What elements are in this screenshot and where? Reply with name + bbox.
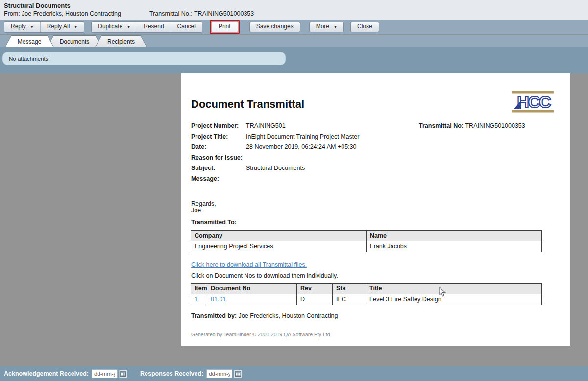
transmittal-page: Document Transmittal HCC Transmittal No:…: [181, 73, 570, 346]
from-line: From: Joe Fredericks, Houston Contractin…: [4, 10, 121, 18]
tab-recipients[interactable]: Recipients: [95, 35, 147, 47]
col-item: Item: [191, 284, 207, 294]
recipient-company: Engineering Project Services: [191, 241, 367, 252]
reply-button-group: Reply▼ Reply All▼: [4, 21, 84, 33]
from-value: Joe Fredericks, Houston Contracting: [22, 10, 121, 17]
chevron-down-icon: ▼: [127, 25, 130, 29]
no-attachments-text: No attachments: [9, 56, 49, 62]
tab-message[interactable]: Message: [5, 35, 54, 47]
attachments-band: No attachments: [0, 47, 588, 73]
col-title: Title: [366, 284, 542, 294]
acknowledgement-received-label: Acknowledgement Received:: [4, 370, 89, 377]
doc-item: 1: [191, 294, 207, 305]
table-row: Engineering Project Services Frank Jacob…: [191, 241, 542, 252]
doc-sts: IFC: [333, 294, 366, 305]
message-subject-title: Structural Documents: [4, 2, 588, 10]
download-note: Click on Document Nos to download them i…: [191, 272, 338, 279]
recipient-name: Frank Jacobs: [367, 241, 542, 252]
resend-button[interactable]: Resend: [137, 22, 170, 32]
documents-table: Item Document No Rev Sts Title 1 01.01 D…: [191, 283, 542, 305]
table-row: 1 01.01 D IFC Level 3 Fire Saftey Design: [191, 294, 542, 305]
transmittal-no-label: Transmittal No.:: [149, 10, 194, 17]
tab-documents[interactable]: Documents: [47, 35, 102, 47]
field-reason-for-issue: Reason for Issue:: [191, 154, 416, 165]
col-rev: Rev: [297, 284, 333, 294]
field-project-title: Project Title: InEight Document Training…: [191, 133, 416, 144]
documents-header-row: Item Document No Rev Sts Title: [191, 284, 542, 294]
more-button[interactable]: More▼: [309, 22, 344, 32]
page-transmittal-no: Transmittal No: TRAINING501000353: [419, 122, 525, 129]
transmittal-fields: Project Number: TRAINING501 Project Titl…: [191, 122, 416, 186]
calendar-icon[interactable]: [119, 370, 127, 378]
duplicate-button-group: Duplicate▼ Resend Cancel: [91, 21, 202, 33]
transmitted-by-line: Transmitted by: Joe Fredericks, Houston …: [191, 312, 338, 319]
chevron-down-icon: ▼: [334, 25, 337, 29]
col-name: Name: [367, 231, 542, 241]
field-date: Date: 28 November 2019, 06:24:24 AM +05:…: [191, 143, 416, 154]
transmittal-no-line: Transmittal No.: TRAINING501000353: [149, 10, 254, 18]
document-title: Document Transmittal: [191, 98, 304, 111]
no-attachments-bar: No attachments: [2, 52, 286, 65]
responses-received-input[interactable]: [206, 369, 232, 378]
signature-block: Regards, Joe: [191, 201, 216, 214]
duplicate-button[interactable]: Duplicate▼: [92, 22, 137, 32]
col-company: Company: [191, 231, 367, 241]
field-project-number: Project Number: TRAINING501: [191, 122, 416, 133]
print-button[interactable]: Print: [211, 22, 238, 32]
acknowledgement-received-input[interactable]: [92, 369, 118, 378]
mouse-cursor: [439, 287, 446, 297]
transmittal-no-value: TRAINING501000353: [194, 10, 254, 17]
transmitted-to-label: Transmitted To:: [191, 219, 237, 226]
reply-button[interactable]: Reply▼: [4, 22, 40, 32]
responses-received-label: Responses Received:: [140, 370, 203, 377]
print-highlight-box: Print: [210, 20, 240, 34]
col-document-no: Document No: [207, 284, 297, 294]
save-changes-button[interactable]: Save changes: [249, 22, 300, 32]
cancel-button[interactable]: Cancel: [171, 22, 202, 32]
col-sts: Sts: [333, 284, 366, 294]
calendar-icon[interactable]: [234, 370, 242, 378]
message-header: Structural Documents From: Joe Frederick…: [0, 0, 588, 20]
toolbar: Reply▼ Reply All▼ Duplicate▼ Resend Canc…: [0, 20, 588, 34]
chevron-down-icon: ▼: [30, 25, 34, 29]
field-message: Message:: [191, 175, 416, 186]
generated-by-footer: Generated by TeamBinder © 2001-2019 QA S…: [191, 332, 330, 337]
chevron-down-icon: ▼: [74, 25, 77, 29]
tab-strip: Message Documents Recipients: [0, 35, 588, 47]
reply-all-button[interactable]: Reply All▼: [40, 22, 84, 32]
close-button[interactable]: Close: [350, 22, 379, 32]
from-label: From:: [4, 10, 22, 17]
field-subject: Subject: Structural Documents: [191, 165, 416, 175]
svg-text:HCC: HCC: [517, 93, 551, 111]
recipients-table: Company Name Engineering Project Service…: [191, 230, 542, 252]
received-dates-bar: Acknowledgement Received: Responses Rece…: [0, 366, 588, 381]
doc-title: Level 3 Fire Saftey Design: [366, 294, 542, 305]
download-all-link-row: Click here to download all Transmittal f…: [191, 262, 307, 268]
recipients-header-row: Company Name: [191, 231, 542, 241]
download-all-files-link[interactable]: Click here to download all Transmittal f…: [191, 262, 307, 268]
preview-area: Document Transmittal HCC Transmittal No:…: [0, 73, 588, 366]
document-no-link[interactable]: 01.01: [211, 296, 226, 303]
doc-rev: D: [297, 294, 333, 305]
hcc-logo: HCC: [510, 91, 556, 115]
